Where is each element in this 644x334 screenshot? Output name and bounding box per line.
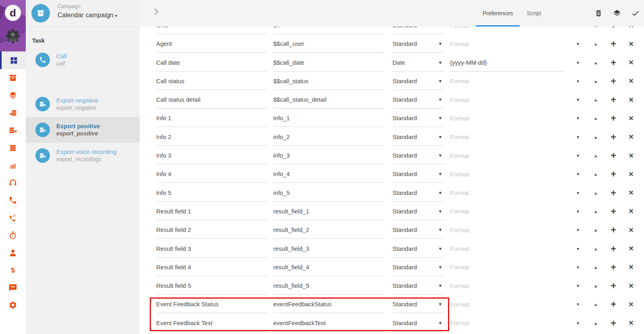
field-type-select[interactable]: Standard ▾ — [392, 147, 445, 164]
field-format-input[interactable]: Format — [450, 72, 564, 90]
remove-row-button[interactable]: ✕ — [626, 226, 636, 234]
field-name-input[interactable]: Info 2 — [156, 128, 267, 146]
field-format-input[interactable]: {yyyy-MM-dd} — [450, 54, 564, 72]
field-name-input[interactable]: Info 4 — [156, 165, 267, 183]
field-name-input[interactable]: Result field 1 — [156, 203, 267, 220]
move-up-button[interactable]: ▴ — [591, 209, 601, 214]
move-up-button[interactable]: ▴ — [591, 283, 601, 289]
field-variable-input[interactable]: info_4 — [273, 165, 384, 183]
field-name-input[interactable]: Call date — [156, 54, 267, 72]
move-down-button[interactable]: ▾ — [573, 115, 583, 121]
field-variable-input[interactable]: info_5 — [273, 184, 384, 202]
field-name-input[interactable]: Info 1 — [156, 109, 267, 127]
field-name-input[interactable]: Call status — [156, 72, 267, 90]
confirm-button[interactable] — [631, 9, 640, 18]
field-type-select[interactable]: Standard ▾ — [392, 35, 445, 53]
field-name-input[interactable]: Result field 3 — [156, 240, 267, 258]
add-row-button[interactable]: + — [609, 152, 618, 160]
field-format-input[interactable]: Format — [450, 165, 564, 183]
remove-row-button[interactable]: ✕ — [626, 152, 636, 160]
add-row-button[interactable]: + — [609, 245, 618, 253]
sidebar-item-calls[interactable] — [0, 192, 26, 209]
sidebar-item-dashboard[interactable] — [0, 51, 26, 69]
field-type-select[interactable]: Standard ▾ — [392, 128, 445, 146]
field-variable-input[interactable]: result_field_1 — [273, 203, 384, 220]
field-format-input[interactable]: Format — [450, 240, 564, 258]
add-row-button[interactable]: + — [609, 40, 618, 48]
remove-row-button[interactable]: ✕ — [626, 133, 636, 141]
move-down-button[interactable]: ▾ — [573, 60, 583, 66]
sidebar-item-settings[interactable] — [0, 297, 26, 314]
remove-row-button[interactable]: ✕ — [626, 96, 636, 104]
app-logo[interactable]: d — [5, 5, 21, 21]
move-up-button[interactable]: ▴ — [591, 190, 601, 196]
move-down-button[interactable]: ▾ — [573, 301, 583, 307]
field-type-select[interactable]: Standard ▾ — [392, 295, 445, 313]
field-variable-input[interactable]: $$call_user — [273, 35, 384, 53]
move-up-button[interactable]: ▴ — [591, 301, 601, 307]
field-type-select[interactable]: Date ▾ — [392, 54, 445, 72]
field-type-select[interactable]: Standard ▾ — [392, 109, 445, 127]
field-type-select[interactable]: Standard ▾ — [392, 277, 445, 295]
move-up-button[interactable]: ▴ — [591, 227, 601, 233]
field-format-input[interactable]: Format — [450, 128, 564, 146]
field-format-input[interactable]: Format — [450, 35, 564, 53]
delete-button[interactable] — [594, 9, 603, 18]
field-variable-input[interactable]: result_field_5 — [273, 277, 384, 295]
field-name-input[interactable]: Info 5 — [156, 184, 267, 202]
sidebar-item-layers[interactable] — [0, 87, 26, 105]
move-up-button[interactable]: ▴ — [591, 115, 601, 121]
add-row-button[interactable]: + — [609, 263, 618, 271]
field-type-select[interactable]: Standard ▾ — [392, 314, 445, 332]
tab[interactable]: Preferences — [476, 0, 520, 27]
field-type-select[interactable]: Standard ▾ — [392, 72, 445, 90]
move-up-button[interactable]: ▴ — [591, 320, 601, 326]
move-down-button[interactable]: ▾ — [573, 190, 583, 196]
field-variable-input[interactable]: info_3 — [273, 147, 384, 164]
field-name-input[interactable]: Event Feedback Text — [156, 314, 267, 332]
field-type-select[interactable]: Standard ▾ — [392, 258, 445, 276]
remove-row-button[interactable]: ✕ — [626, 282, 636, 290]
move-up-button[interactable]: ▴ — [591, 60, 601, 66]
sidebar-item-agents[interactable] — [0, 244, 26, 262]
field-name-input[interactable]: Result field 5 — [156, 277, 267, 295]
remove-row-button[interactable]: ✕ — [626, 59, 636, 66]
field-format-input[interactable]: Format — [450, 221, 564, 239]
move-up-button[interactable]: ▴ — [591, 171, 601, 177]
export-task-item[interactable]: Export positive export_positive — [26, 117, 140, 143]
field-variable-input[interactable]: result_field_2 — [273, 221, 384, 239]
add-row-button[interactable]: + — [609, 226, 618, 234]
remove-row-button[interactable]: ✕ — [626, 77, 636, 85]
add-row-button[interactable]: + — [609, 77, 618, 85]
sidebar-item-dialpad[interactable]: # — [0, 209, 26, 227]
move-up-button[interactable]: ▴ — [591, 97, 601, 102]
move-down-button[interactable]: ▾ — [573, 209, 583, 214]
field-format-input[interactable]: Format — [450, 184, 564, 202]
sidebar-item-import[interactable] — [0, 104, 26, 122]
add-row-button[interactable]: + — [609, 133, 618, 141]
add-row-button[interactable]: + — [609, 189, 618, 197]
field-type-select[interactable]: Standard ▾ — [392, 240, 445, 258]
add-row-button[interactable]: + — [609, 319, 618, 327]
remove-row-button[interactable]: ✕ — [626, 40, 636, 48]
field-type-select[interactable]: Standard ▾ — [392, 203, 445, 220]
sidebar-item-supervision[interactable] — [0, 174, 26, 192]
field-variable-input[interactable]: info_1 — [273, 109, 384, 127]
campaign-selector[interactable]: Calendar campaign▾ — [58, 12, 117, 19]
field-variable-input[interactable]: info_2 — [273, 128, 384, 146]
move-down-button[interactable]: ▾ — [573, 78, 583, 84]
move-down-button[interactable]: ▾ — [573, 283, 583, 289]
export-task-item[interactable]: Export voice recording export_recordings — [26, 143, 140, 168]
field-name-input[interactable]: Result field 4 — [156, 258, 267, 276]
remove-row-button[interactable]: ✕ — [626, 115, 636, 122]
move-up-button[interactable]: ▴ — [591, 134, 601, 140]
field-format-input[interactable]: Format — [450, 258, 564, 276]
move-up-button[interactable]: ▴ — [591, 78, 601, 84]
field-format-input[interactable]: Format — [450, 203, 564, 220]
move-up-button[interactable]: ▴ — [591, 246, 601, 252]
move-down-button[interactable]: ▾ — [573, 41, 583, 47]
field-variable-input[interactable]: result_field_3 — [273, 240, 384, 258]
remove-row-button[interactable]: ✕ — [626, 301, 636, 308]
add-row-button[interactable]: + — [609, 300, 618, 308]
sidebar-item-database[interactable] — [0, 139, 26, 157]
